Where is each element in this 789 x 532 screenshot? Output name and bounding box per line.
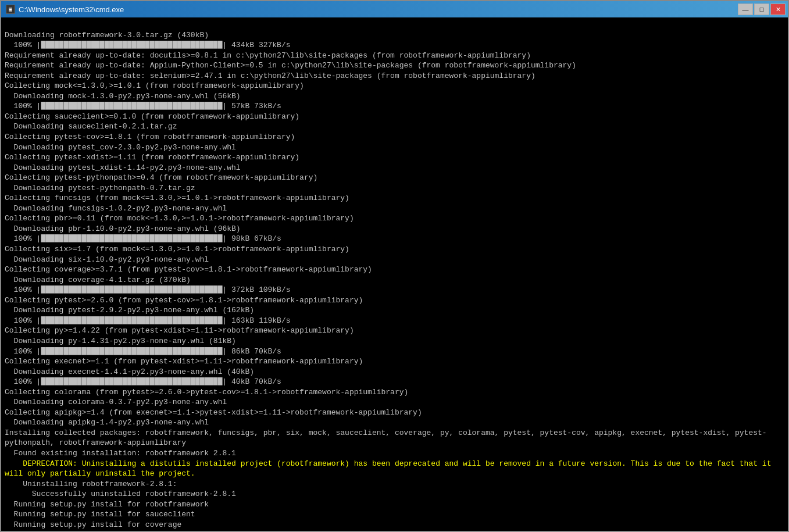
line: Downloading pytest-2.9.2-py2.py3-none-an…	[5, 306, 254, 315]
maximize-button[interactable]: □	[754, 3, 769, 15]
line: Collecting pytest>=2.6.0 (from pytest-co…	[5, 296, 363, 305]
cmd-window: ▣ C:\Windows\system32\cmd.exe — □ ✕ Down…	[0, 0, 789, 532]
line: Downloading robotframework-3.0.tar.gz (4…	[5, 31, 209, 40]
line: Collecting mock<=1.3.0,>=1.0.1 (from rob…	[5, 81, 304, 90]
line: Running setup.py install for pytest-pyth…	[5, 530, 222, 531]
line: Collecting sauceclient>=0.1.0 (from robo…	[5, 112, 299, 121]
line: 100% |██████████████████████████████████…	[5, 102, 281, 110]
window-controls: — □ ✕	[738, 3, 786, 15]
line: Collecting apipkg>=1.4 (from execnet>=1.…	[5, 408, 422, 417]
line: Downloading apipkg-1.4-py2.py3-none-any.…	[5, 418, 209, 427]
line: Requirement already up-to-date: selenium…	[5, 72, 535, 80]
line: Successfully uninstalled robotframework-…	[5, 490, 236, 498]
line: Uninstalling robotframework-2.8.1:	[5, 480, 177, 488]
line: Collecting execnet>=1.1 (from pytest-xdi…	[5, 357, 363, 366]
window-title: C:\Windows\system32\cmd.exe	[19, 5, 124, 14]
line: Installing collected packages: robotfram…	[5, 429, 767, 448]
minimize-button[interactable]: —	[738, 3, 753, 15]
line: Collecting pytest-pythonpath>=0.4 (from …	[5, 173, 317, 182]
line: Requirement already up-to-date: docutils…	[5, 51, 531, 60]
title-bar: ▣ C:\Windows\system32\cmd.exe — □ ✕	[1, 1, 788, 17]
line: Downloading pbr-1.10.0-py2.py3-none-any.…	[5, 224, 241, 233]
line: Downloading coverage-4.1.tar.gz (370kB)	[5, 276, 191, 284]
line: Downloading pytest_cov-2.3.0-py2.py3-non…	[5, 143, 236, 152]
line: Collecting six>=1.7 (from mock<=1.3.0,>=…	[5, 245, 349, 253]
line: 100% |██████████████████████████████████…	[5, 41, 291, 49]
line: Downloading six-1.10.0-py2.py3-none-any.…	[5, 255, 209, 264]
line: Collecting pbr>=0.11 (from mock<=1.3.0,>…	[5, 214, 354, 223]
line: 100% |██████████████████████████████████…	[5, 234, 281, 243]
console-output[interactable]: Downloading robotframework-3.0.tar.gz (4…	[1, 17, 788, 531]
close-button[interactable]: ✕	[770, 3, 786, 15]
line: Downloading mock-1.3.0-py2.py3-none-any.…	[5, 92, 241, 101]
line: Downloading colorama-0.3.7-py2.py3-none-…	[5, 398, 227, 406]
line: Downloading pytest_xdist-1.14-py2.py3-no…	[5, 163, 241, 172]
line: Collecting funcsigs (from mock<=1.3.0,>=…	[5, 194, 349, 202]
line: Downloading sauceclient-0.2.1.tar.gz	[5, 122, 177, 131]
line: 100% |██████████████████████████████████…	[5, 377, 281, 386]
line: Downloading funcsigs-1.0.2-py2.py3-none-…	[5, 204, 227, 213]
line: 100% |██████████████████████████████████…	[5, 316, 291, 325]
line: Collecting colorama (from pytest>=2.6.0-…	[5, 388, 408, 397]
line: 100% |██████████████████████████████████…	[5, 347, 281, 356]
line: Downloading py-1.4.31-py2.py3-none-any.w…	[5, 337, 236, 345]
line: Collecting coverage>=3.7.1 (from pytest-…	[5, 265, 372, 274]
line: 100% |██████████████████████████████████…	[5, 285, 291, 294]
line: Collecting pytest-cov>=1.8.1 (from robot…	[5, 133, 295, 141]
line: Found existing installation: robotframew…	[5, 449, 236, 458]
line: Running setup.py install for robotframew…	[5, 500, 209, 509]
line: Requirement already up-to-date: Appium-P…	[5, 61, 576, 70]
line: Collecting pytest-xdist>=1.11 (from robo…	[5, 153, 299, 162]
deprecation-warning: DEPRECATION: Uninstalling a distutils in…	[5, 459, 776, 479]
line: Running setup.py install for coverage	[5, 520, 181, 529]
line: Running setup.py install for sauceclient	[5, 510, 195, 519]
line: Downloading execnet-1.4.1-py2.py3-none-a…	[5, 367, 254, 376]
title-bar-left: ▣ C:\Windows\system32\cmd.exe	[6, 5, 124, 14]
cmd-icon: ▣	[6, 5, 15, 14]
line: Downloading pytest-pythonpath-0.7.tar.gz	[5, 184, 195, 192]
line: Collecting py>=1.4.22 (from pytest-xdist…	[5, 326, 354, 335]
